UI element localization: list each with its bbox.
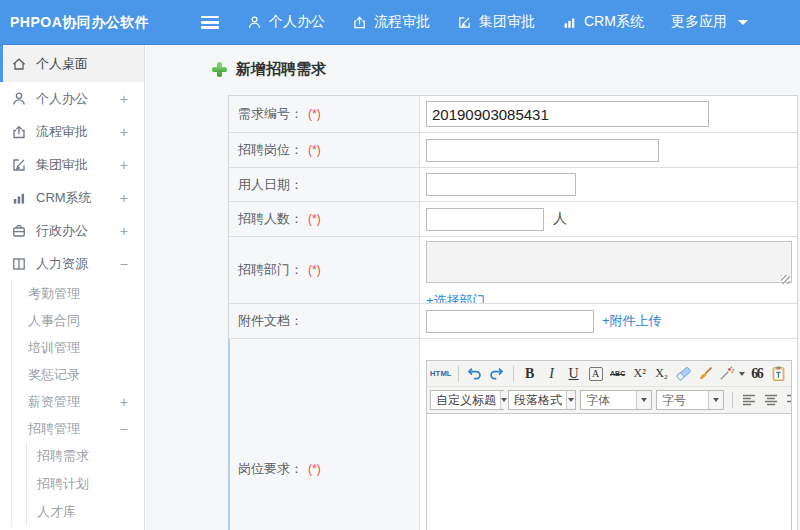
sidebar-item-label: CRM系统: [36, 189, 92, 207]
subitem-label: 培训管理: [28, 339, 80, 357]
topnav-label: 流程审批: [374, 13, 430, 31]
add-plus-icon: [212, 62, 227, 77]
expand-plus-icon[interactable]: +: [120, 91, 128, 107]
recruit-post-input[interactable]: [426, 139, 659, 162]
redo-button[interactable]: [487, 364, 507, 384]
font-border-button[interactable]: A: [589, 367, 603, 381]
sidebar-subitem-salary[interactable]: 薪资管理 +: [12, 388, 144, 415]
sidebar-subitem-recruit-plan[interactable]: 招聘计划: [27, 470, 144, 498]
attachment-input[interactable]: [426, 310, 594, 333]
paragraph-format-select[interactable]: 段落格式: [508, 390, 576, 410]
sidebar-item-crm-system[interactable]: CRM系统 +: [0, 181, 144, 214]
align-center-button[interactable]: [761, 390, 781, 410]
topnav-label: 集团审批: [479, 13, 535, 31]
recruit-count-input[interactable]: [426, 208, 544, 231]
required-mark: (*): [308, 107, 321, 121]
strikethrough-button[interactable]: ABC: [608, 364, 628, 384]
eraser-button[interactable]: [674, 364, 694, 384]
editor-toolbar-row2: 自定义标题 段落格式 字体 字号: [427, 387, 791, 414]
sidebar-item-admin-office[interactable]: 行政办公 +: [0, 214, 144, 247]
hire-date-input[interactable]: [426, 173, 576, 196]
page-title: 新增招聘需求: [212, 60, 326, 79]
book-icon: [11, 256, 27, 272]
editor-content-area[interactable]: [427, 414, 791, 530]
expand-plus-icon[interactable]: +: [120, 157, 128, 173]
align-left-button[interactable]: [739, 390, 759, 410]
label-post-requirements: 岗位要求： (*): [229, 338, 420, 530]
caret-down-icon: [708, 391, 723, 409]
sidebar-item-group-approval[interactable]: 集团审批 +: [0, 148, 144, 181]
group-approval-icon: [457, 15, 472, 30]
sidebar-item-personal-office[interactable]: 个人办公 +: [0, 82, 144, 115]
html-source-button[interactable]: HTML: [430, 364, 452, 384]
attachment-upload-link[interactable]: +附件上传: [602, 312, 662, 330]
editor-toolbar-row1: HTML B I U A ABC X² X₂: [427, 361, 791, 387]
topnav-more-apps[interactable]: 更多应用: [671, 13, 748, 31]
required-mark: (*): [308, 212, 321, 226]
user-icon: [247, 15, 262, 30]
topnav-group-approval[interactable]: 集团审批: [457, 13, 535, 31]
font-size-select[interactable]: 字号: [656, 390, 724, 410]
crm-chart-icon: [11, 190, 27, 206]
topnav-crm-system[interactable]: CRM系统: [562, 13, 644, 31]
rich-text-editor: HTML B I U A ABC X² X₂: [426, 360, 792, 530]
required-mark: (*): [308, 263, 321, 277]
expand-plus-icon[interactable]: +: [120, 394, 128, 410]
crm-chart-icon: [562, 15, 577, 30]
sidebar-item-label: 行政办公: [36, 222, 88, 240]
sidebar-subitem-hr-contracts[interactable]: 人事合同: [12, 307, 144, 334]
field-label: 岗位要求：: [238, 460, 303, 478]
font-family-select[interactable]: 字体: [580, 390, 652, 410]
recruit-department-textarea[interactable]: [426, 241, 792, 283]
subitem-label: 奖惩记录: [28, 366, 80, 384]
subitem-label: 招聘计划: [37, 475, 89, 493]
sidebar-subitem-rewards[interactable]: 奖惩记录: [12, 361, 144, 388]
field-label: 招聘部门：: [238, 261, 303, 279]
blockquote-button[interactable]: 66: [747, 364, 767, 384]
resize-grip-icon[interactable]: [781, 275, 790, 284]
sidebar-subitem-attendance[interactable]: 考勤管理: [12, 280, 144, 307]
briefcase-icon: [11, 223, 27, 239]
align-right-button[interactable]: [783, 390, 791, 410]
sidebar-item-label: 人力资源: [36, 255, 88, 273]
custom-title-select[interactable]: 自定义标题: [430, 390, 504, 410]
sidebar-item-human-resources[interactable]: 人力资源 −: [0, 247, 144, 280]
sidebar-subitem-recruit-demand[interactable]: 招聘需求: [27, 442, 144, 470]
sidebar-item-personal-desktop[interactable]: 个人桌面: [0, 45, 144, 82]
demand-number-input[interactable]: [426, 101, 709, 127]
subitem-label: 招聘需求: [37, 447, 89, 465]
superscript-button[interactable]: X²: [630, 364, 650, 384]
subscript-button[interactable]: X₂: [652, 364, 672, 384]
expand-plus-icon[interactable]: +: [120, 223, 128, 239]
main-content: 新增招聘需求 需求编号： (*) 招聘岗位： (*) 用人日期：: [146, 45, 800, 530]
collapse-minus-icon[interactable]: −: [120, 256, 128, 272]
bold-button[interactable]: B: [520, 364, 540, 384]
group-approval-icon: [11, 157, 27, 173]
topnav-personal-office[interactable]: 个人办公: [247, 13, 325, 31]
topnav-workflow-approval[interactable]: 流程审批: [352, 13, 430, 31]
sidebar-item-workflow-approval[interactable]: 流程审批 +: [0, 115, 144, 148]
field-label: 需求编号：: [238, 105, 303, 123]
expand-plus-icon[interactable]: +: [120, 190, 128, 206]
top-nav-menu: 个人办公 流程审批 集团审批 CRM系统 更多应用: [247, 0, 748, 44]
caret-down-icon: [636, 391, 651, 409]
expand-plus-icon[interactable]: +: [120, 124, 128, 140]
italic-button[interactable]: I: [542, 364, 562, 384]
underline-button[interactable]: U: [564, 364, 584, 384]
undo-button[interactable]: [465, 364, 485, 384]
sidebar-subitem-talent-pool[interactable]: 人才库: [27, 498, 144, 526]
format-brush-button[interactable]: [696, 364, 716, 384]
sidebar-item-label: 个人办公: [36, 90, 88, 108]
subitem-label: 薪资管理: [28, 393, 80, 411]
collapse-minus-icon[interactable]: −: [120, 421, 128, 437]
form-left-accent: [228, 339, 230, 530]
toolbar-separator: [732, 392, 733, 408]
sidebar-subitem-training[interactable]: 培训管理: [12, 334, 144, 361]
hr-submenu: 考勤管理 人事合同 培训管理 奖惩记录 薪资管理 + 招聘管理 − 招聘需求 招…: [11, 280, 144, 526]
sidebar-subitem-recruitment[interactable]: 招聘管理 −: [12, 415, 144, 442]
caret-down-icon: [566, 391, 575, 409]
subitem-label: 人事合同: [28, 312, 80, 330]
hamburger-icon[interactable]: [201, 16, 219, 29]
spray-color-button[interactable]: [718, 364, 745, 384]
paste-text-button[interactable]: [769, 364, 789, 384]
